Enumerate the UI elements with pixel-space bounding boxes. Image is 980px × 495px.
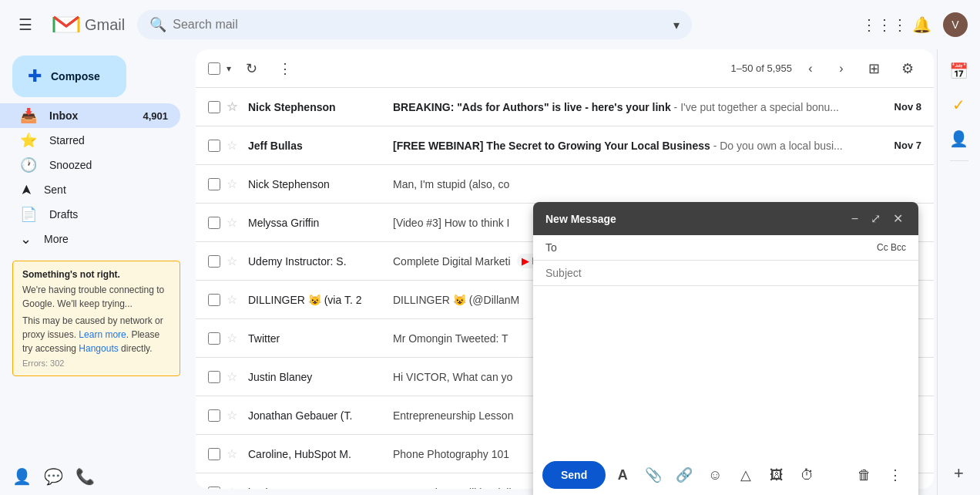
avatar[interactable]: V	[943, 12, 968, 37]
table-row[interactable]: ☆ Nick Stephenson Man, I'm stupid (also,…	[196, 165, 934, 204]
insert-link-button[interactable]: 🔗	[670, 461, 698, 489]
row-checkbox[interactable]	[208, 448, 220, 460]
inbox-icon: 📥	[20, 107, 37, 124]
select-dropdown-button[interactable]: ▾	[227, 63, 231, 74]
refresh-button[interactable]: ↻	[237, 55, 265, 82]
hamburger-menu-button[interactable]: ☰	[12, 9, 39, 40]
notifications-button[interactable]: 🔔	[906, 9, 937, 40]
star-icon[interactable]: ☆	[227, 408, 242, 423]
error-title: Something's not right.	[22, 269, 170, 280]
sender-name: Udemy Instructor: S.	[248, 255, 387, 268]
compose-footer: Send A 📎 🔗 ☺ △ 🖼 ⏱ 🗑 ⋮	[533, 455, 918, 495]
next-page-button[interactable]: ›	[829, 56, 854, 81]
calendar-strip-button[interactable]: 📅	[944, 56, 975, 86]
row-checkbox[interactable]	[208, 294, 220, 306]
inbox-badge: 4,901	[143, 110, 168, 122]
row-checkbox[interactable]	[208, 217, 220, 229]
to-input[interactable]	[563, 241, 877, 254]
compose-label: Compose	[51, 70, 100, 82]
search-dropdown-button[interactable]: ▾	[673, 18, 680, 32]
close-compose-button[interactable]: ✕	[890, 210, 906, 227]
sidebar-item-inbox[interactable]: 📥 Inbox 4,901	[0, 103, 180, 128]
expand-compose-button[interactable]: ⤢	[868, 210, 884, 227]
sidebar-item-starred[interactable]: ⭐ Starred	[0, 128, 180, 153]
insert-photo-button[interactable]: 🖼	[763, 461, 790, 489]
star-icon[interactable]: ☆	[227, 99, 242, 114]
sidebar-bottom: 👤 💬 📞	[0, 461, 193, 492]
sender-name: Jeff Bullas	[248, 140, 387, 152]
sidebar-item-drafts[interactable]: 📄 Drafts	[0, 202, 180, 227]
cc-bcc-label[interactable]: Cc Bcc	[877, 242, 906, 253]
compose-more-options-button[interactable]: ⋮	[881, 461, 909, 489]
star-icon[interactable]: ☆	[227, 331, 242, 345]
star-icon[interactable]: ☆	[227, 177, 242, 191]
format-text-button[interactable]: A	[609, 461, 636, 489]
star-icon[interactable]: ☆	[227, 292, 242, 307]
sender-name: Nick Stephenson	[248, 101, 387, 113]
star-icon[interactable]: ☆	[227, 138, 242, 153]
compose-subject-field	[533, 261, 918, 286]
insert-emoji-button[interactable]: ☺	[701, 461, 729, 489]
more-options-button[interactable]: ⋮	[271, 55, 299, 82]
compose-body[interactable]	[533, 286, 918, 455]
sidebar-item-snoozed[interactable]: 🕐 Snoozed	[0, 153, 180, 177]
apps-grid-button[interactable]: ⋮⋮⋮	[869, 9, 900, 40]
error-errors: Errors: 302	[22, 359, 170, 368]
sender-name: Melyssa Griffin	[248, 217, 387, 229]
tasks-strip-button[interactable]: ✓	[944, 89, 975, 120]
sender-name: Nick Stephenson	[248, 178, 387, 190]
email-date: Nov 7	[875, 140, 921, 151]
contacts-strip-button[interactable]: 👤	[944, 123, 975, 154]
gmail-logo-svg	[51, 14, 82, 35]
row-checkbox[interactable]	[208, 178, 220, 190]
settings-button[interactable]: ⚙	[894, 55, 921, 82]
send-button[interactable]: Send	[542, 461, 606, 489]
attach-file-button[interactable]: 📎	[639, 461, 667, 489]
table-row[interactable]: ☆ Jeff Bullas [FREE WEBINAR] The Secret …	[196, 126, 934, 165]
search-bar[interactable]: 🔍 ▾	[137, 10, 692, 39]
table-row[interactable]: ☆ Nick Stephenson BREAKING: "Ads for Aut…	[196, 88, 934, 126]
row-checkbox[interactable]	[208, 487, 220, 490]
sidebar-item-more[interactable]: ⌄ More	[0, 227, 180, 251]
select-all-checkbox[interactable]	[208, 62, 220, 75]
sender-name: DILLINGER 😺 (via T. 2	[248, 294, 387, 306]
hangouts-link[interactable]: Hangouts	[79, 343, 118, 354]
star-icon[interactable]: ☆	[227, 369, 242, 384]
sidebar-item-sent[interactable]: ➤ Sent	[0, 177, 180, 202]
learn-more-link[interactable]: Learn more	[79, 329, 126, 340]
row-checkbox[interactable]	[208, 140, 220, 152]
prev-page-button[interactable]: ‹	[798, 56, 823, 81]
delete-compose-button[interactable]: 🗑	[851, 461, 878, 489]
compose-modal: New Message − ⤢ ✕ To Cc Bcc Send A 📎 🔗 ☺…	[533, 202, 918, 495]
pagination-info: 1–50 of 5,955	[730, 62, 792, 74]
top-bar-right: ⋮⋮⋮ 🔔 V	[869, 9, 968, 40]
compose-modal-header[interactable]: New Message − ⤢ ✕	[533, 202, 918, 235]
chat-bottom-button[interactable]: 💬	[44, 467, 63, 486]
compose-plus-icon: ✚	[28, 66, 42, 86]
star-icon[interactable]: ☆	[227, 446, 242, 461]
star-icon[interactable]: ☆	[227, 485, 242, 489]
compose-body-input[interactable]	[545, 292, 906, 446]
email-date: Nov 8	[875, 101, 921, 113]
email-subject: BREAKING: "Ads for Authors" is live - he…	[393, 101, 869, 113]
phone-bottom-button[interactable]: 📞	[76, 467, 95, 486]
star-icon[interactable]: ☆	[227, 215, 242, 230]
row-checkbox[interactable]	[208, 409, 220, 422]
row-checkbox[interactable]	[208, 101, 220, 113]
minimize-compose-button[interactable]: −	[848, 210, 861, 227]
search-input[interactable]	[173, 18, 667, 32]
more-compose-options-button[interactable]: ⏱	[794, 461, 821, 489]
contacts-bottom-button[interactable]: 👤	[12, 467, 32, 486]
sidebar: ✚ Compose 📥 Inbox 4,901 ⭐ Starred 🕐 Snoo…	[0, 49, 193, 495]
row-checkbox[interactable]	[208, 332, 220, 345]
compose-button[interactable]: ✚ Compose	[12, 56, 126, 97]
youtube-icon: ▶	[522, 255, 529, 267]
star-icon[interactable]: ☆	[227, 254, 242, 268]
row-checkbox[interactable]	[208, 371, 220, 383]
add-strip-button[interactable]: +	[944, 458, 975, 489]
subject-input[interactable]	[545, 267, 906, 279]
row-checkbox[interactable]	[208, 255, 220, 268]
starred-icon: ⭐	[20, 132, 37, 149]
insert-drive-button[interactable]: △	[732, 461, 760, 489]
density-button[interactable]: ⊞	[860, 55, 888, 82]
